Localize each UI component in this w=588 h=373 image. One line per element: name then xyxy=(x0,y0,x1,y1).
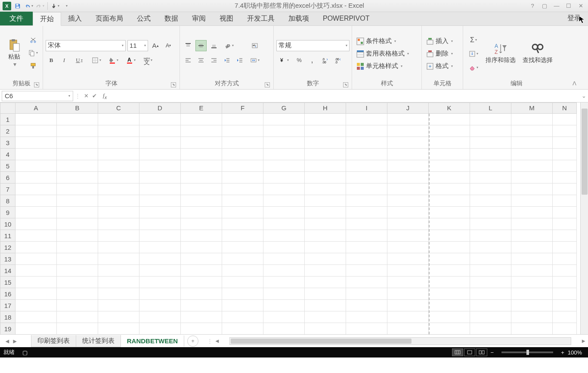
cell[interactable] xyxy=(263,311,305,323)
cell[interactable] xyxy=(511,300,553,311)
cell[interactable] xyxy=(139,323,181,334)
cell[interactable] xyxy=(511,137,553,149)
cell[interactable] xyxy=(346,265,387,277)
cell[interactable] xyxy=(263,300,305,311)
cell[interactable] xyxy=(429,277,470,288)
cell[interactable] xyxy=(263,160,305,172)
cell[interactable] xyxy=(15,137,57,149)
cell[interactable] xyxy=(511,125,553,137)
row-header-12[interactable]: 12 xyxy=(0,242,15,253)
zoom-level[interactable]: 100% xyxy=(568,349,582,356)
cell[interactable] xyxy=(429,230,470,242)
format-cells-button[interactable]: 格式▾ xyxy=(424,61,455,71)
cell[interactable] xyxy=(139,137,181,149)
cell[interactable] xyxy=(263,125,305,137)
tab-formulas[interactable]: 公式 xyxy=(130,12,158,25)
cell[interactable] xyxy=(387,218,429,230)
cell[interactable] xyxy=(181,253,222,265)
cell[interactable] xyxy=(139,218,181,230)
cell[interactable] xyxy=(15,183,57,195)
cell[interactable] xyxy=(387,323,429,334)
phonetic-button[interactable]: wén文▾ xyxy=(140,55,156,66)
cell[interactable] xyxy=(429,323,470,334)
cell[interactable] xyxy=(222,300,263,311)
cell[interactable] xyxy=(346,172,387,183)
align-middle-button[interactable] xyxy=(195,40,207,51)
cell[interactable] xyxy=(139,172,181,183)
cell[interactable] xyxy=(57,195,98,207)
table-format-button[interactable]: 套用表格格式▾ xyxy=(355,49,411,59)
cell[interactable] xyxy=(305,195,346,207)
cell[interactable] xyxy=(470,277,511,288)
cell[interactable] xyxy=(139,160,181,172)
cell[interactable] xyxy=(387,149,429,160)
bold-button[interactable]: B xyxy=(46,55,57,66)
cell[interactable] xyxy=(139,253,181,265)
cell[interactable] xyxy=(511,218,553,230)
cell[interactable] xyxy=(263,253,305,265)
row-header-9[interactable]: 9 xyxy=(0,207,15,218)
cell[interactable] xyxy=(470,242,511,253)
cell[interactable] xyxy=(98,218,139,230)
undo-button[interactable]: ▾ xyxy=(24,1,34,11)
cell[interactable] xyxy=(181,277,222,288)
cell[interactable] xyxy=(98,277,139,288)
autosum-button[interactable]: Σ▾ xyxy=(466,34,481,46)
tab-layout[interactable]: 页面布局 xyxy=(89,12,130,25)
cell[interactable] xyxy=(429,137,470,149)
cell[interactable] xyxy=(57,172,98,183)
row-header-14[interactable]: 14 xyxy=(0,265,15,277)
cell[interactable] xyxy=(305,230,346,242)
align-center-button[interactable] xyxy=(195,55,207,66)
touch-mode-button[interactable]: ▾ xyxy=(50,1,60,11)
cell[interactable] xyxy=(470,195,511,207)
borders-button[interactable]: ▾ xyxy=(89,55,104,66)
collapse-ribbon-button[interactable]: ᐱ xyxy=(570,26,579,89)
row-header-10[interactable]: 10 xyxy=(0,218,15,230)
col-header-N[interactable]: N xyxy=(553,103,577,114)
cell[interactable] xyxy=(387,125,429,137)
cell[interactable] xyxy=(263,242,305,253)
cell[interactable] xyxy=(222,137,263,149)
save-button[interactable] xyxy=(13,1,22,11)
cell[interactable] xyxy=(429,172,470,183)
cell[interactable] xyxy=(98,253,139,265)
cell[interactable] xyxy=(429,125,470,137)
horizontal-scrollbar[interactable] xyxy=(229,337,571,345)
cell[interactable] xyxy=(511,195,553,207)
find-select-button[interactable]: 查找和选择 xyxy=(520,28,555,78)
cell[interactable] xyxy=(139,288,181,300)
cell[interactable] xyxy=(139,195,181,207)
cell[interactable] xyxy=(15,218,57,230)
sheet-tab-1[interactable]: 印刷签到表 xyxy=(31,335,76,347)
cell[interactable] xyxy=(429,195,470,207)
sign-in-button[interactable]: 登录 xyxy=(560,11,588,25)
cell[interactable] xyxy=(15,149,57,160)
cell[interactable] xyxy=(346,183,387,195)
cell[interactable] xyxy=(15,265,57,277)
cell[interactable] xyxy=(470,253,511,265)
cell[interactable] xyxy=(429,288,470,300)
cell[interactable] xyxy=(511,253,553,265)
expand-formula-bar-button[interactable]: ⌄ xyxy=(579,93,588,99)
row-header-16[interactable]: 16 xyxy=(0,288,15,300)
cell[interactable] xyxy=(222,288,263,300)
cell[interactable] xyxy=(553,125,577,137)
cell[interactable] xyxy=(139,183,181,195)
cell[interactable] xyxy=(263,207,305,218)
col-header-B[interactable]: B xyxy=(57,103,98,114)
italic-button[interactable]: I xyxy=(59,55,70,66)
cell[interactable] xyxy=(387,183,429,195)
cell[interactable] xyxy=(387,207,429,218)
cell[interactable] xyxy=(139,300,181,311)
cell[interactable] xyxy=(222,253,263,265)
cell[interactable] xyxy=(346,288,387,300)
cell[interactable] xyxy=(263,218,305,230)
cell[interactable] xyxy=(553,300,577,311)
redo-button[interactable]: ▾ xyxy=(35,1,45,11)
increase-decimal-button[interactable]: .0.00 xyxy=(319,55,331,66)
cell[interactable] xyxy=(222,195,263,207)
clipboard-launcher[interactable]: ⬊ xyxy=(34,82,39,87)
tab-home[interactable]: 开始 xyxy=(33,12,61,26)
cell[interactable] xyxy=(387,195,429,207)
